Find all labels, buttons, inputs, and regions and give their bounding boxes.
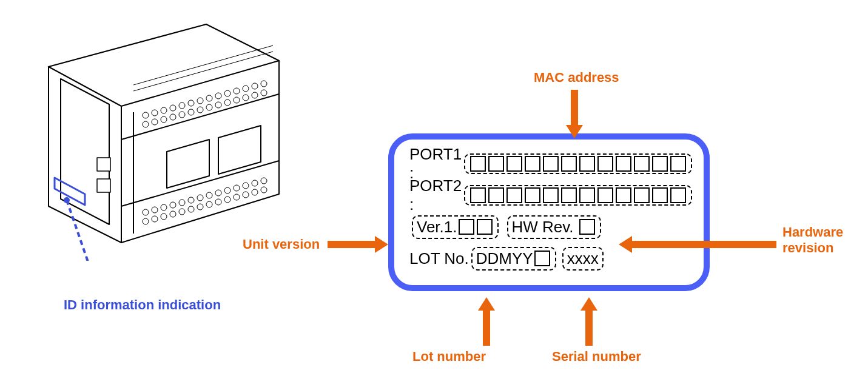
- port2-label: PORT2 :: [409, 177, 462, 214]
- svg-rect-66: [97, 179, 110, 192]
- svg-point-11: [188, 100, 194, 106]
- lot-row: LOT No. DDMYY xxxx: [409, 246, 688, 271]
- svg-point-29: [224, 99, 230, 106]
- plc-device-illustration: [24, 18, 285, 261]
- unit-version-field: Ver.1.: [412, 215, 499, 239]
- svg-point-13: [206, 95, 212, 101]
- svg-point-46: [234, 185, 240, 191]
- svg-point-61: [243, 192, 249, 198]
- svg-point-41: [188, 197, 194, 203]
- lot-number-field: DDMYY: [471, 247, 556, 271]
- svg-point-38: [161, 204, 167, 210]
- svg-point-40: [179, 200, 185, 206]
- svg-point-10: [179, 103, 185, 109]
- svg-point-43: [206, 192, 212, 198]
- id-information-indication-label: ID information indication: [64, 297, 221, 313]
- svg-point-62: [252, 189, 258, 195]
- svg-point-48: [252, 180, 258, 186]
- unit-version-annotation: Unit version: [243, 237, 320, 252]
- hw-rev-arrow-head: [619, 236, 632, 253]
- mac-address-annotation: MAC address: [534, 70, 619, 86]
- lot-arrow-line: [483, 309, 490, 346]
- svg-point-52: [161, 214, 167, 220]
- serial-value: xxxx: [567, 249, 599, 268]
- svg-point-59: [224, 197, 230, 203]
- svg-point-21: [152, 119, 158, 125]
- svg-point-15: [224, 90, 230, 96]
- lot-no-label: LOT No.: [409, 249, 469, 268]
- serial-number-field: xxxx: [562, 247, 604, 271]
- svg-point-49: [261, 178, 267, 184]
- svg-point-23: [170, 114, 176, 120]
- mac-arrow-head: [566, 125, 583, 138]
- svg-point-8: [161, 107, 167, 113]
- svg-point-42: [197, 195, 203, 201]
- svg-point-31: [243, 95, 249, 101]
- hw-rev-arrow-line: [631, 241, 776, 248]
- svg-point-32: [252, 92, 258, 98]
- svg-point-26: [197, 107, 203, 113]
- port2-mac-field: [464, 185, 692, 206]
- svg-point-20: [143, 121, 149, 127]
- svg-point-39: [170, 202, 176, 208]
- svg-point-9: [170, 105, 176, 111]
- hw-rev-field: HW Rev.: [507, 215, 601, 239]
- svg-rect-65: [97, 158, 110, 171]
- svg-point-12: [197, 98, 203, 104]
- svg-point-18: [252, 83, 258, 89]
- lot-number-annotation: Lot number: [412, 349, 486, 365]
- svg-point-36: [143, 209, 149, 215]
- svg-point-33: [261, 90, 267, 96]
- svg-point-58: [215, 199, 221, 205]
- id-label-panel: PORT1 : PORT2 : Ver.1. HW Rev. LOT No.: [388, 133, 710, 291]
- svg-point-37: [152, 207, 158, 213]
- svg-point-25: [188, 109, 194, 115]
- port1-mac-field: [464, 153, 692, 174]
- svg-point-17: [243, 86, 249, 92]
- unit-version-arrow-line: [328, 241, 376, 248]
- svg-point-44: [215, 190, 221, 196]
- serial-number-annotation: Serial number: [552, 349, 641, 365]
- svg-point-51: [152, 216, 158, 222]
- svg-point-22: [161, 116, 167, 123]
- serial-arrow-head: [580, 297, 597, 311]
- svg-point-45: [224, 187, 230, 193]
- hw-rev-line1: Hardware: [782, 224, 843, 240]
- svg-point-7: [152, 110, 158, 116]
- hardware-revision-annotation: Hardware revision: [782, 224, 843, 257]
- svg-point-60: [234, 194, 240, 200]
- svg-point-28: [215, 102, 221, 108]
- ver-prefix: Ver.1.: [417, 218, 457, 237]
- svg-point-57: [206, 201, 212, 207]
- svg-point-14: [215, 93, 221, 99]
- svg-point-6: [143, 112, 149, 118]
- mac-arrow-line: [571, 90, 578, 126]
- unit-version-arrow-head: [375, 236, 388, 253]
- lot-value: DDMYY: [476, 249, 533, 268]
- svg-point-53: [170, 211, 176, 217]
- svg-point-47: [243, 183, 249, 189]
- serial-arrow-line: [585, 309, 593, 346]
- svg-point-69: [64, 197, 70, 203]
- svg-point-19: [261, 81, 267, 87]
- port2-row: PORT2 :: [409, 183, 688, 207]
- svg-point-50: [143, 218, 149, 224]
- svg-point-27: [206, 104, 212, 110]
- hw-rev-label: HW Rev.: [512, 218, 574, 237]
- svg-point-63: [261, 187, 267, 193]
- svg-point-30: [234, 97, 240, 103]
- version-row: Ver.1. HW Rev.: [409, 215, 688, 239]
- svg-point-55: [188, 206, 194, 212]
- svg-point-24: [179, 112, 185, 118]
- svg-point-56: [197, 204, 203, 210]
- hw-rev-line2: revision: [782, 240, 833, 255]
- lot-arrow-head: [478, 297, 495, 311]
- port1-row: PORT1 :: [409, 152, 688, 176]
- svg-point-16: [234, 88, 240, 94]
- svg-point-54: [179, 209, 185, 215]
